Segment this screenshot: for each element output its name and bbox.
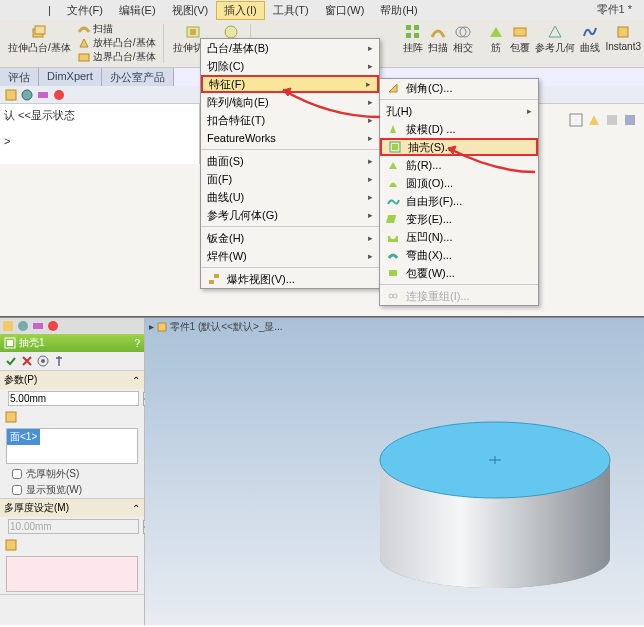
tab-dimxpert[interactable]: DimXpert: [39, 68, 102, 86]
shell-icon: [4, 337, 16, 349]
refgeo-button[interactable]: 参考几何: [534, 22, 576, 56]
pm-tab-disp-icon[interactable]: [31, 319, 45, 333]
svg-rect-8: [406, 33, 411, 38]
assembly-icon[interactable]: [4, 88, 18, 102]
menu-refgeo[interactable]: 参考几何体(G): [201, 206, 379, 224]
display-style-icon[interactable]: [604, 112, 620, 128]
extrude-boss-button[interactable]: 拉伸凸台/基体: [6, 22, 73, 65]
menu-boss[interactable]: 凸台/基体(B): [201, 39, 379, 57]
svg-rect-12: [514, 28, 526, 36]
submenu-indent[interactable]: 压凹(N)...: [380, 228, 538, 246]
insert-menu: 凸台/基体(B) 切除(C) 特征(F) 阵列/镜向(E) 扣合特征(T) Fe…: [200, 38, 380, 289]
sweep2-button[interactable]: 扫描: [427, 22, 449, 56]
tab-evaluate[interactable]: 评估: [0, 68, 39, 86]
menu-tools[interactable]: 工具(T): [265, 1, 317, 20]
pin-button[interactable]: [52, 354, 66, 368]
svg-point-35: [48, 321, 58, 331]
svg-rect-6: [406, 25, 411, 30]
boundary-button[interactable]: 边界凸台/基体: [77, 50, 156, 64]
svg-rect-15: [6, 90, 16, 100]
menu-surface[interactable]: 曲面(S): [201, 152, 379, 170]
pm-tab-conf-icon[interactable]: [16, 319, 30, 333]
loft-button[interactable]: 放样凸台/基体: [77, 36, 156, 50]
instant3d-button[interactable]: Instant3: [604, 22, 642, 56]
submenu-hole[interactable]: 孔(H): [380, 102, 538, 120]
thickness-input[interactable]: [8, 391, 139, 406]
pattern-button[interactable]: 挂阵: [402, 22, 424, 56]
menu-view[interactable]: 视图(V): [164, 1, 217, 20]
submenu-chamfer[interactable]: 倒角(C)...: [380, 79, 538, 97]
show-preview-checkbox[interactable]: [12, 485, 22, 495]
section-icon[interactable]: [622, 112, 638, 128]
svg-point-30: [389, 294, 393, 298]
submenu-flex[interactable]: 弯曲(X)...: [380, 246, 538, 264]
selected-face[interactable]: 面<1>: [7, 429, 40, 445]
menu-face[interactable]: 面(F): [201, 170, 379, 188]
svg-point-33: [18, 321, 28, 331]
multi-faces-selection-box[interactable]: [6, 556, 138, 592]
intersect-button[interactable]: 相交: [452, 22, 474, 56]
preview-button[interactable]: [36, 354, 50, 368]
menu-featureworks[interactable]: FeatureWorks: [201, 129, 379, 147]
multi-thickness-input: [8, 519, 139, 534]
menu-weldment[interactable]: 焊件(W): [201, 247, 379, 265]
pm-tab-app-icon[interactable]: [46, 319, 60, 333]
pm-help-icon[interactable]: ?: [134, 338, 140, 349]
config-icon[interactable]: [20, 88, 34, 102]
pm-tab-feat-icon[interactable]: [1, 319, 15, 333]
faces-selection-box[interactable]: 面<1>: [6, 428, 138, 464]
orientation-icon[interactable]: [586, 112, 602, 128]
menu-exploded-view[interactable]: 爆炸视图(V)...: [201, 270, 379, 288]
zoom-fit-icon[interactable]: [568, 112, 584, 128]
svg-point-28: [390, 233, 396, 239]
svg-rect-14: [618, 27, 628, 37]
svg-rect-2: [79, 54, 89, 61]
menu-sheetmetal[interactable]: 钣金(H): [201, 229, 379, 247]
display-icon[interactable]: [36, 88, 50, 102]
faces2-icon: [4, 538, 18, 552]
svg-rect-23: [214, 274, 219, 278]
menu-curve[interactable]: 曲线(U): [201, 188, 379, 206]
submenu-deform[interactable]: 变形(E)...: [380, 210, 538, 228]
tab-office[interactable]: 办公室产品: [102, 68, 174, 86]
menu-help[interactable]: 帮助(H): [372, 1, 425, 20]
breadcrumb[interactable]: ▸ 零件1 (默认<<默认>_显...: [149, 320, 283, 334]
ribbon-right: 挂阵 扫描 相交 筋 包覆 参考几何 曲线 Instant3: [402, 22, 642, 56]
collapse-icon: ⌃: [132, 375, 140, 386]
menu-insert[interactable]: 插入(I): [216, 1, 264, 20]
shell-outward-checkbox[interactable]: [12, 469, 22, 479]
menu-window[interactable]: 窗口(W): [317, 1, 373, 20]
svg-rect-42: [158, 323, 166, 331]
menubar: | 文件(F) 编辑(E) 视图(V) 插入(I) 工具(T) 窗口(W) 帮助…: [0, 0, 644, 20]
cancel-button[interactable]: [20, 354, 34, 368]
document-title: 零件1 *: [597, 2, 632, 17]
submenu-wrap[interactable]: 包覆(W)...: [380, 264, 538, 282]
svg-rect-34: [33, 323, 43, 329]
menu-cut[interactable]: 切除(C): [201, 57, 379, 75]
sweep-button[interactable]: 扫描: [77, 22, 156, 36]
appearance-icon[interactable]: [52, 88, 66, 102]
svg-rect-32: [3, 321, 13, 331]
feature-tree[interactable]: 认 <<显示状态 >: [0, 104, 200, 164]
svg-rect-4: [190, 29, 196, 35]
menu-edit[interactable]: 编辑(E): [111, 1, 164, 20]
svg-rect-26: [386, 215, 396, 223]
submenu-draft[interactable]: 拔模(D) ...: [380, 120, 538, 138]
wrap-button[interactable]: 包覆: [509, 22, 531, 56]
curve-button[interactable]: 曲线: [579, 22, 601, 56]
rib-button[interactable]: 筋: [486, 22, 506, 56]
params-section-header[interactable]: 参数(P) ⌃: [0, 371, 144, 389]
pm-title-bar: 抽壳1 ?: [0, 334, 144, 352]
view-toolbar: [568, 112, 638, 128]
multi-section-header[interactable]: 多厚度设定(M) ⌃: [0, 499, 144, 517]
faces-icon: [4, 410, 18, 424]
menu-file[interactable]: 文件(F): [59, 1, 111, 20]
submenu-freeform[interactable]: 自由形(F)...: [380, 192, 538, 210]
graphics-area[interactable]: ▸ 零件1 (默认<<默认>_显...: [145, 318, 644, 625]
model-cylinder: [345, 398, 625, 598]
svg-rect-41: [6, 540, 16, 550]
svg-rect-20: [607, 115, 617, 125]
ok-button[interactable]: [4, 354, 18, 368]
annotation-arrow-1: [275, 82, 385, 122]
svg-rect-25: [392, 144, 398, 150]
